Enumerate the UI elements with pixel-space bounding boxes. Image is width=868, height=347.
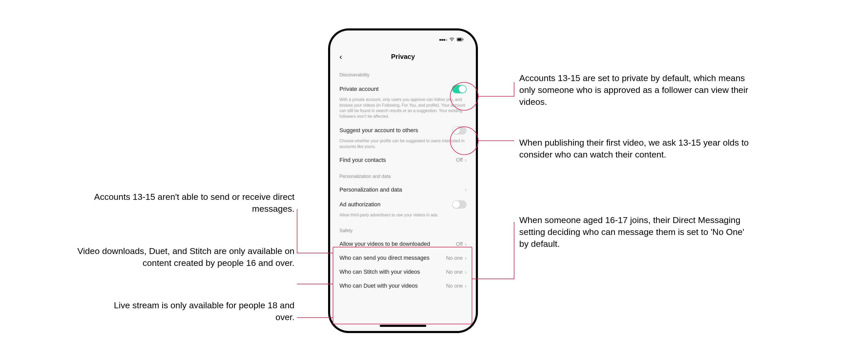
- canvas: ●●●○ ‹ Privacy Discoverability Private a…: [0, 0, 868, 347]
- chevron-right-icon: ›: [465, 157, 467, 163]
- ad-authorization-label: Ad authorization: [339, 201, 452, 208]
- ad-authorization-row[interactable]: Ad authorization: [332, 197, 474, 212]
- navbar: ‹ Privacy: [332, 48, 474, 66]
- allow-downloads-label: Allow your videos to be downloaded: [339, 241, 456, 247]
- signal-icon: ●●●○: [439, 37, 447, 42]
- back-button[interactable]: ‹: [339, 52, 342, 61]
- wifi-icon: [450, 37, 454, 42]
- svg-point-0: [452, 40, 452, 41]
- annotation-right-1b: When publishing their first video, we as…: [519, 137, 749, 161]
- find-contacts-label: Find your contacts: [339, 157, 456, 163]
- section-discoverability-header: Discoverability: [332, 66, 474, 81]
- annotation-left-1: Accounts 13-15 aren't able to send or re…: [88, 191, 294, 215]
- svg-rect-3: [463, 39, 463, 40]
- ad-authorization-toggle[interactable]: [452, 200, 467, 209]
- find-contacts-value: Off: [456, 157, 463, 163]
- personalization-label: Personalization and data: [339, 186, 465, 193]
- chevron-right-icon: ›: [465, 187, 467, 193]
- home-indicator: [380, 325, 426, 327]
- chevron-right-icon: ›: [465, 241, 467, 247]
- annotation-right-2: When someone aged 16-17 joins, their Dir…: [519, 214, 749, 250]
- battery-icon: [457, 37, 463, 42]
- find-contacts-row[interactable]: Find your contacts Off ›: [332, 153, 474, 167]
- section-personalization-header: Personalization and data: [332, 167, 474, 183]
- annotation-circle-private-toggle: [450, 82, 478, 111]
- annotation-circle-suggest-toggle: [450, 127, 478, 155]
- ad-authorization-desc: Allow third-party advertisers to use you…: [332, 212, 474, 222]
- annotation-left-3: Live stream is only available for people…: [114, 299, 294, 323]
- annotation-left-2: Video downloads, Duet, and Stitch are on…: [67, 245, 294, 269]
- section-safety-header: Safety: [332, 221, 474, 237]
- annotation-right-1a: Accounts 13-15 are set to private by def…: [519, 72, 749, 108]
- personalization-row[interactable]: Personalization and data ›: [332, 183, 474, 197]
- page-title: Privacy: [391, 53, 415, 61]
- suggest-account-label: Suggest your account to others: [339, 127, 452, 134]
- status-bar: ●●●○: [332, 32, 474, 48]
- annotation-box-safety: [333, 247, 472, 324]
- private-account-label: Private account: [339, 86, 452, 92]
- svg-rect-2: [458, 38, 462, 40]
- allow-downloads-value: Off: [456, 241, 463, 247]
